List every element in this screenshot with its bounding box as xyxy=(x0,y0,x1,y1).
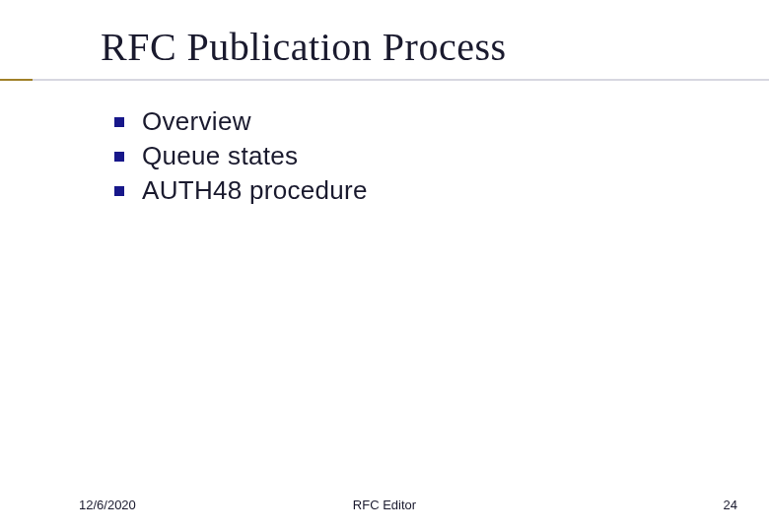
footer-center: RFC Editor xyxy=(353,498,416,512)
bullet-text: AUTH48 procedure xyxy=(142,175,368,206)
list-item: Overview xyxy=(114,106,710,137)
bullet-text: Queue states xyxy=(142,141,298,171)
list-item: Queue states xyxy=(114,141,710,171)
footer-date: 12/6/2020 xyxy=(79,498,136,512)
bullet-square-icon xyxy=(114,117,124,127)
list-item: AUTH48 procedure xyxy=(114,175,710,206)
slide: RFC Publication Process Overview Queue s… xyxy=(0,0,769,532)
slide-footer: 12/6/2020 RFC Editor 24 xyxy=(0,489,769,512)
bullet-list: Overview Queue states AUTH48 procedure xyxy=(114,106,710,210)
bullet-square-icon xyxy=(114,186,124,196)
title-underline xyxy=(0,79,769,81)
bullet-square-icon xyxy=(114,152,124,162)
footer-page-number: 24 xyxy=(724,498,737,512)
slide-title: RFC Publication Process xyxy=(101,24,730,70)
bullet-text: Overview xyxy=(142,106,251,137)
title-wrap: RFC Publication Process xyxy=(101,24,730,70)
